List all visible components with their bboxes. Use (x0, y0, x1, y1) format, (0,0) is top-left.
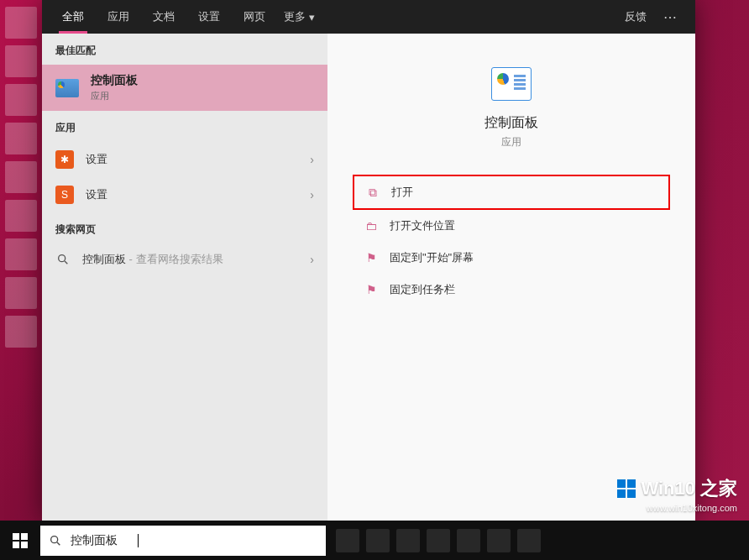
windows-logo-icon (13, 533, 28, 548)
search-panel: 最佳匹配 控制面板 应用 应用 ✱ 设置 › S 设置 › 搜索网页 控制面板 … (42, 0, 695, 521)
open-icon: ⧉ (366, 186, 380, 199)
watermark: Win10之家 www.win10xitong.com (617, 476, 737, 513)
taskbar-app-icon[interactable] (396, 529, 420, 552)
desktop-icon[interactable] (5, 161, 37, 193)
chevron-right-icon: › (310, 153, 314, 166)
action-open-location[interactable]: 🗀 打开文件位置 (353, 210, 670, 242)
sogou-icon: S (55, 186, 74, 204)
detail-subtitle: 应用 (501, 135, 521, 149)
web-result-term: 控制面板 (82, 253, 126, 265)
watermark-brand-post: 之家 (700, 476, 737, 501)
taskbar (0, 521, 749, 560)
web-result-text: 控制面板 - 查看网络搜索结果 (82, 252, 298, 267)
taskbar-search-box[interactable] (40, 526, 326, 556)
desktop-icon[interactable] (5, 123, 37, 154)
svg-line-1 (65, 261, 67, 264)
text-cursor (138, 534, 139, 547)
tab-all[interactable]: 全部 (50, 0, 96, 34)
desktop-icon[interactable] (5, 45, 37, 77)
tab-docs[interactable]: 文档 (141, 0, 186, 34)
tab-apps[interactable]: 应用 (96, 0, 141, 34)
app-result-row[interactable]: ✱ 设置 › (42, 142, 327, 177)
taskbar-app-icon[interactable] (487, 529, 511, 552)
taskbar-app-icon[interactable] (517, 529, 541, 552)
svg-point-0 (59, 255, 65, 262)
feedback-link[interactable]: 反馈 (616, 9, 655, 24)
section-best-match: 最佳匹配 (42, 34, 327, 65)
more-options-button[interactable]: ⋯ (655, 9, 687, 25)
gear-icon: ✱ (55, 150, 74, 169)
taskbar-app-icon[interactable] (366, 529, 390, 552)
detail-title: 控制面板 (484, 114, 538, 132)
best-match-title: 控制面板 (91, 73, 138, 88)
section-apps: 应用 (42, 111, 327, 142)
best-match-subtitle: 应用 (91, 90, 138, 102)
windows-logo-icon (617, 479, 636, 498)
folder-icon: 🗀 (364, 219, 378, 233)
watermark-url: www.win10xitong.com (617, 503, 737, 513)
action-list: ⧉ 打开 🗀 打开文件位置 ⚑ 固定到"开始"屏幕 ⚑ 固定到任务栏 (327, 175, 695, 306)
tab-web[interactable]: 网页 (232, 0, 277, 34)
chevron-right-icon: › (310, 253, 314, 266)
action-label: 固定到"开始"屏幕 (390, 250, 474, 265)
app-result-row[interactable]: S 设置 › (42, 177, 327, 212)
action-label: 固定到任务栏 (390, 282, 455, 297)
detail-column: 控制面板 应用 ⧉ 打开 🗀 打开文件位置 ⚑ 固定到"开始"屏幕 ⚑ 固定到任… (327, 0, 695, 521)
action-label: 打开文件位置 (390, 218, 455, 233)
desktop-icon[interactable] (5, 84, 37, 116)
action-pin-start[interactable]: ⚑ 固定到"开始"屏幕 (353, 242, 670, 274)
desktop-icon[interactable] (5, 7, 37, 39)
control-panel-icon (55, 79, 79, 97)
app-result-label: 设置 (86, 152, 298, 167)
svg-line-3 (57, 542, 60, 545)
desktop-icons-strip (0, 0, 42, 521)
chevron-right-icon: › (310, 188, 314, 201)
taskbar-app-icons (336, 529, 541, 552)
tab-more-label: 更多 (284, 9, 306, 24)
pin-icon: ⚑ (364, 283, 378, 296)
action-label: 打开 (391, 185, 413, 200)
chevron-down-icon: ▾ (309, 11, 315, 24)
start-button[interactable] (0, 521, 40, 560)
desktop-icon[interactable] (5, 277, 37, 309)
results-column: 最佳匹配 控制面板 应用 应用 ✱ 设置 › S 设置 › 搜索网页 控制面板 … (42, 0, 327, 521)
best-match-result[interactable]: 控制面板 应用 (42, 65, 327, 111)
search-icon (40, 534, 71, 547)
section-web: 搜索网页 (42, 212, 327, 243)
pin-icon: ⚑ (364, 251, 378, 264)
web-result-hint: - 查看网络搜索结果 (126, 253, 223, 265)
action-pin-taskbar[interactable]: ⚑ 固定到任务栏 (353, 274, 670, 306)
taskbar-app-icon[interactable] (336, 529, 359, 552)
svg-point-2 (51, 536, 58, 542)
desktop-icon[interactable] (5, 316, 37, 348)
tab-more[interactable]: 更多 ▾ (277, 9, 322, 24)
control-panel-large-icon (491, 67, 532, 101)
taskbar-app-icon[interactable] (457, 529, 480, 552)
watermark-brand-pre: Win10 (641, 478, 695, 500)
desktop-icon[interactable] (5, 200, 37, 232)
search-tabs-bar: 全部 应用 文档 设置 网页 更多 ▾ 反馈 ⋯ (42, 0, 695, 34)
search-input[interactable] (71, 534, 326, 547)
taskbar-app-icon[interactable] (427, 529, 450, 552)
desktop-icon[interactable] (5, 238, 37, 270)
search-icon (55, 252, 71, 267)
web-result-row[interactable]: 控制面板 - 查看网络搜索结果 › (42, 243, 327, 275)
app-result-label: 设置 (86, 187, 298, 202)
action-open[interactable]: ⧉ 打开 (353, 175, 670, 210)
tab-settings[interactable]: 设置 (186, 0, 232, 34)
